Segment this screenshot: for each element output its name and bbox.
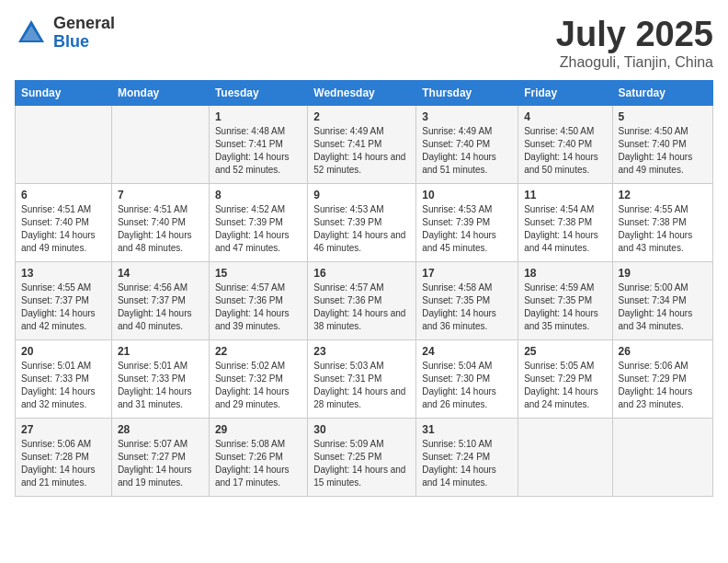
day-info-line: Sunset: 7:39 PM [422,217,490,227]
day-info-line: Sunset: 7:38 PM [619,217,687,227]
day-info-line: Sunrise: 5:10 AM [422,439,492,449]
day-info-line: Daylight: 14 hours and 46 minutes. [313,230,405,253]
day-number: 9 [313,189,410,201]
day-info-line: Sunrise: 4:56 AM [118,282,188,293]
day-info-line: Sunset: 7:35 PM [422,295,490,305]
day-info-line: Sunrise: 5:03 AM [313,361,383,371]
calendar-cell: 17Sunrise: 4:58 AMSunset: 7:35 PMDayligh… [416,262,518,340]
day-info-line: Sunrise: 5:08 AM [215,439,285,449]
calendar-cell: 9Sunrise: 4:53 AMSunset: 7:39 PMDaylight… [308,184,416,262]
weekday-header-thursday: Thursday [416,81,518,106]
calendar-cell: 27Sunrise: 5:06 AMSunset: 7:28 PMDayligh… [16,419,112,497]
day-info: Sunrise: 4:51 AMSunset: 7:40 PMDaylight:… [118,203,203,255]
day-info-line: Sunrise: 5:00 AM [619,282,688,293]
day-info-line: Sunrise: 4:52 AM [215,204,285,214]
day-info-line: Sunrise: 4:53 AM [422,204,492,214]
day-info-line: Sunset: 7:27 PM [118,452,186,462]
day-info-line: Sunrise: 5:09 AM [313,439,383,449]
day-info-line: Sunset: 7:31 PM [313,373,381,384]
day-info-line: Sunset: 7:34 PM [619,295,687,305]
day-info: Sunrise: 4:54 AMSunset: 7:38 PMDaylight:… [524,203,606,255]
calendar-body: 1Sunrise: 4:48 AMSunset: 7:41 PMDaylight… [16,106,713,497]
calendar-cell: 16Sunrise: 4:57 AMSunset: 7:36 PMDayligh… [308,262,416,340]
day-info-line: Daylight: 14 hours and 35 minutes. [524,308,598,331]
calendar-cell: 30Sunrise: 5:09 AMSunset: 7:25 PMDayligh… [308,419,416,497]
day-info: Sunrise: 4:59 AMSunset: 7:35 PMDaylight:… [524,282,606,333]
day-info-line: Sunset: 7:40 PM [422,139,490,149]
calendar-cell: 26Sunrise: 5:06 AMSunset: 7:29 PMDayligh… [612,340,712,419]
calendar-header: SundayMondayTuesdayWednesdayThursdayFrid… [16,81,713,106]
day-info-line: Daylight: 14 hours and 19 minutes. [118,465,192,488]
day-info-line: Sunrise: 4:49 AM [313,126,383,136]
day-info: Sunrise: 5:10 AMSunset: 7:24 PMDaylight:… [422,438,512,489]
day-info-line: Sunrise: 4:51 AM [118,204,188,214]
day-info-line: Daylight: 14 hours and 14 minutes. [422,465,496,488]
day-info-line: Daylight: 14 hours and 32 minutes. [21,386,96,409]
day-info-line: Sunset: 7:39 PM [215,217,283,227]
day-info-line: Sunset: 7:37 PM [21,295,89,305]
day-info-line: Sunrise: 4:58 AM [422,282,492,293]
day-info: Sunrise: 4:48 AMSunset: 7:41 PMDaylight:… [215,125,301,177]
weekday-header-wednesday: Wednesday [308,81,416,106]
day-info-line: Sunset: 7:38 PM [524,217,592,227]
calendar-week-row: 6Sunrise: 4:51 AMSunset: 7:40 PMDaylight… [16,184,713,262]
calendar-cell: 19Sunrise: 5:00 AMSunset: 7:34 PMDayligh… [612,262,712,340]
day-info-line: Daylight: 14 hours and 51 minutes. [422,152,496,175]
day-number: 8 [215,189,301,201]
calendar-cell: 8Sunrise: 4:52 AMSunset: 7:39 PMDaylight… [209,184,307,262]
day-number: 19 [619,267,707,280]
day-info-line: Daylight: 14 hours and 40 minutes. [118,308,192,331]
day-info-line: Daylight: 14 hours and 48 minutes. [118,230,192,253]
day-info-line: Daylight: 14 hours and 39 minutes. [215,308,290,331]
calendar-cell [111,106,209,184]
day-number: 16 [313,267,410,280]
day-number: 17 [422,267,512,280]
day-info: Sunrise: 4:58 AMSunset: 7:35 PMDaylight:… [422,282,512,333]
day-info-line: Sunrise: 4:57 AM [215,282,285,293]
day-info-line: Sunset: 7:25 PM [313,452,381,462]
day-info-line: Daylight: 14 hours and 21 minutes. [21,465,96,488]
day-info: Sunrise: 5:03 AMSunset: 7:31 PMDaylight:… [313,360,410,411]
day-info-line: Daylight: 14 hours and 38 minutes. [313,308,405,331]
day-info-line: Daylight: 14 hours and 15 minutes. [313,465,405,488]
day-info-line: Sunset: 7:29 PM [524,373,592,384]
day-info-line: Sunset: 7:29 PM [619,373,687,384]
day-info-line: Daylight: 14 hours and 43 minutes. [619,230,693,253]
calendar-cell: 7Sunrise: 4:51 AMSunset: 7:40 PMDaylight… [111,184,209,262]
calendar-cell: 28Sunrise: 5:07 AMSunset: 7:27 PMDayligh… [111,419,209,497]
calendar-cell: 1Sunrise: 4:48 AMSunset: 7:41 PMDaylight… [209,106,307,184]
day-info-line: Sunrise: 4:49 AM [422,126,492,136]
calendar-cell: 3Sunrise: 4:49 AMSunset: 7:40 PMDaylight… [416,106,518,184]
day-number: 3 [422,110,512,123]
day-info: Sunrise: 5:08 AMSunset: 7:26 PMDaylight:… [215,438,301,489]
day-number: 18 [524,267,606,280]
day-info-line: Sunrise: 4:59 AM [524,282,594,293]
day-info-line: Sunset: 7:40 PM [21,217,89,227]
day-info-line: Sunset: 7:26 PM [215,452,283,462]
day-info-line: Sunset: 7:33 PM [21,373,89,384]
day-info: Sunrise: 4:57 AMSunset: 7:36 PMDaylight:… [215,282,301,333]
calendar-cell: 6Sunrise: 4:51 AMSunset: 7:40 PMDaylight… [16,184,112,262]
day-info-line: Daylight: 14 hours and 52 minutes. [215,152,290,175]
day-info-line: Sunset: 7:40 PM [118,217,186,227]
calendar-cell: 22Sunrise: 5:02 AMSunset: 7:32 PMDayligh… [209,340,307,419]
day-info: Sunrise: 4:53 AMSunset: 7:39 PMDaylight:… [422,203,512,255]
day-info-line: Daylight: 14 hours and 42 minutes. [21,308,96,331]
day-number: 14 [118,267,203,280]
day-info-line: Sunrise: 5:02 AM [215,361,285,371]
day-info-line: Daylight: 14 hours and 23 minutes. [619,386,693,409]
calendar-cell: 31Sunrise: 5:10 AMSunset: 7:24 PMDayligh… [416,419,518,497]
logo-icon [15,17,48,50]
subtitle: Zhaoguli, Tianjin, China [556,54,713,71]
day-number: 20 [21,345,106,358]
calendar-table: SundayMondayTuesdayWednesdayThursdayFrid… [15,80,713,497]
calendar-cell: 20Sunrise: 5:01 AMSunset: 7:33 PMDayligh… [16,340,112,419]
day-info-line: Daylight: 14 hours and 29 minutes. [215,386,290,409]
day-number: 30 [313,423,410,436]
day-number: 2 [313,110,410,123]
calendar-cell: 10Sunrise: 4:53 AMSunset: 7:39 PMDayligh… [416,184,518,262]
calendar-cell: 13Sunrise: 4:55 AMSunset: 7:37 PMDayligh… [16,262,112,340]
day-number: 7 [118,189,203,201]
day-info-line: Daylight: 14 hours and 44 minutes. [524,230,598,253]
day-number: 28 [118,423,203,436]
